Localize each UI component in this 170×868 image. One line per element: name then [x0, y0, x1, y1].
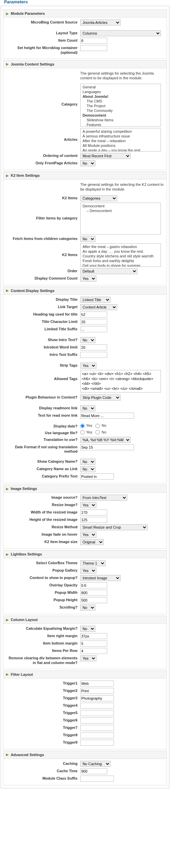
input-title-suffix[interactable]: [80, 326, 107, 332]
select-frontpage[interactable]: No: [80, 160, 95, 166]
input-heading-tag[interactable]: [80, 311, 107, 317]
list-item[interactable]: General: [81, 85, 161, 89]
input-title-limit[interactable]: [80, 319, 107, 325]
select-popup-content[interactable]: Introtext Image: [80, 575, 121, 581]
select-equal[interactable]: No: [80, 626, 95, 632]
input-per-row[interactable]: [80, 648, 107, 654]
select-img-source[interactable]: From IntroText: [80, 495, 127, 501]
select-show-intro[interactable]: No: [80, 337, 95, 343]
select-theme[interactable]: Theme 1: [80, 560, 105, 566]
input-trigger8[interactable]: [80, 732, 114, 738]
list-item[interactable]: Fresh forks and earthly delights: [81, 258, 161, 263]
list-item[interactable]: About Joomla!: [81, 94, 161, 99]
list-item[interactable]: Democontent: [81, 204, 161, 208]
select-scrolling[interactable]: No: [80, 604, 95, 611]
input-pwidth[interactable]: [80, 590, 107, 596]
input-trigger9[interactable]: [80, 740, 114, 746]
select-translation[interactable]: %A, %d %B %Y %H:%M: [80, 437, 131, 443]
select-cat-link[interactable]: No: [80, 466, 95, 472]
radio-display-date[interactable]: Yes No: [80, 424, 165, 428]
input-height[interactable]: [80, 517, 107, 523]
select-link-target[interactable]: Content Article: [80, 304, 117, 310]
listbox-filter-cat[interactable]: Democontent– Democontent: [80, 203, 161, 235]
label-trigger2: Trigger2: [5, 688, 80, 693]
input-bottom-margin[interactable]: [80, 641, 107, 647]
input-opacity[interactable]: [80, 582, 107, 588]
listbox-k2items[interactable]: After the meal – gastro relaxationAn app…: [80, 243, 161, 267]
section-header-lightbox[interactable]: ▶ Lightbox Settings: [3, 550, 167, 558]
input-cat-prefix[interactable]: [80, 473, 114, 479]
input-readmore-text[interactable]: [80, 413, 134, 419]
input-trigger4[interactable]: [80, 703, 114, 709]
section-header-module[interactable]: ▶ Module Parameters: [3, 9, 167, 18]
select-readmore[interactable]: No: [80, 405, 95, 411]
triangle-icon: ▶: [6, 12, 9, 16]
list-item[interactable]: An apple a day …. you know the rest.: [81, 249, 161, 254]
input-cache-time[interactable]: [80, 768, 107, 774]
select-layout-type[interactable]: Columns: [80, 30, 161, 36]
section-header-content[interactable]: ▶ Content Display Settings: [3, 287, 167, 295]
list-item[interactable]: – Democontent: [81, 208, 161, 213]
select-resize[interactable]: Yes: [80, 502, 96, 508]
input-intro-suffix[interactable]: [80, 352, 107, 358]
list-item[interactable]: Features: [81, 122, 161, 127]
select-strip-tags[interactable]: Yes: [80, 363, 96, 369]
input-intro-limit[interactable]: [80, 344, 107, 350]
input-trigger2[interactable]: [80, 688, 114, 694]
list-item[interactable]: Languages: [81, 89, 161, 94]
list-item[interactable]: The CMS: [81, 99, 161, 103]
select-fetch[interactable]: No: [80, 236, 95, 242]
input-suffix[interactable]: [80, 776, 114, 782]
select-caching[interactable]: No Caching: [80, 761, 110, 767]
list-item[interactable]: Democontent: [81, 113, 161, 118]
select-plugin[interactable]: Strip Plugin Code: [80, 395, 121, 401]
section-header-advanced[interactable]: ▶ Advanced Settings: [3, 751, 167, 759]
section-header-joomla[interactable]: ▶ Joomla Content Settings: [3, 60, 167, 68]
section-header-column[interactable]: ▶ Column Layout: [3, 616, 167, 624]
select-gallery[interactable]: Yes: [80, 567, 96, 574]
list-item[interactable]: All Module positions: [81, 143, 161, 148]
list-item[interactable]: Slideshow Items: [81, 118, 161, 122]
select-show-cat[interactable]: No: [80, 459, 95, 465]
list-item[interactable]: A serious infrastructure issue: [81, 134, 161, 138]
label-intro-suffix: Intro Text Suffix: [5, 352, 80, 357]
select-order[interactable]: Default: [80, 268, 137, 274]
select-k2items[interactable]: Categories: [80, 195, 117, 201]
select-fade[interactable]: Yes: [80, 532, 96, 538]
listbox-articles[interactable]: A powerful staring competitionA serious …: [80, 128, 161, 152]
list-item[interactable]: An apple a day – you know the rest.: [81, 148, 161, 152]
textarea-allowed-tags[interactable]: <a> <ul> <li> <div> <h1> <h2> <h4> <h5> …: [80, 370, 161, 393]
list-item[interactable]: After the meal – relaxation: [81, 138, 161, 143]
input-date-format[interactable]: [80, 444, 134, 450]
input-item-count[interactable]: [80, 38, 107, 44]
input-right-margin[interactable]: [80, 633, 107, 639]
section-header-k2[interactable]: ▶ K2 Item Settings: [3, 172, 167, 180]
select-source[interactable]: Joomla Articles: [80, 20, 121, 26]
section-header-filter[interactable]: ▶ Filter Layout: [3, 671, 167, 679]
section-header-image[interactable]: ▶ Image Settings: [3, 485, 167, 493]
list-item[interactable]: After the meal – gastro relaxation: [81, 244, 161, 249]
label-cat-prefix: Category Prefix Text: [5, 473, 80, 479]
select-ordering[interactable]: Most Recent First: [80, 153, 131, 159]
listbox-category[interactable]: GeneralLanguagesAbout Joomla!The CMSThe …: [80, 84, 161, 127]
select-comment[interactable]: Yes: [80, 276, 96, 282]
list-item[interactable]: Country style kitchens and old style war…: [81, 254, 161, 258]
select-k2size[interactable]: Original: [80, 539, 104, 545]
select-display-title[interactable]: Linked Title: [80, 297, 110, 303]
list-item[interactable]: The Project: [81, 103, 161, 108]
input-trigger3[interactable]: [80, 695, 114, 701]
list-item[interactable]: The Community: [81, 108, 161, 113]
input-trigger1[interactable]: [80, 681, 114, 686]
radio-use-lang[interactable]: Yes No: [80, 430, 165, 435]
input-width[interactable]: [80, 509, 107, 516]
select-method[interactable]: Smart Resize and Crop: [80, 524, 147, 530]
input-trigger6[interactable]: [80, 717, 114, 723]
list-item[interactable]: Get your body in shape for summer: [81, 263, 161, 267]
input-trigger7[interactable]: [80, 725, 114, 731]
input-trigger5[interactable]: [80, 710, 114, 716]
input-pheight[interactable]: [80, 597, 107, 603]
input-set-height[interactable]: [80, 45, 107, 51]
list-item[interactable]: A powerful staring competition: [81, 129, 161, 134]
label-display-date: Display date?: [5, 424, 80, 429]
select-clearing[interactable]: Yes: [80, 655, 96, 661]
